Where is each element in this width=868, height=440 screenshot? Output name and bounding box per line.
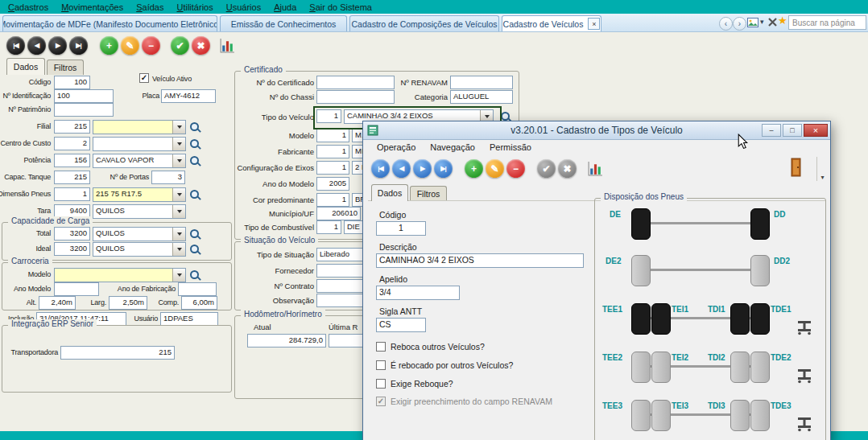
total-field[interactable]: 3200 bbox=[54, 227, 90, 241]
tab-scroll-right-icon[interactable]: › bbox=[733, 17, 746, 31]
menu-movimentacoes[interactable]: Movimentações bbox=[55, 2, 130, 13]
config-eixos-code-field[interactable]: 1 bbox=[316, 161, 349, 175]
tire-tde1[interactable] bbox=[750, 303, 770, 335]
modal-confirm-button[interactable]: ✔ bbox=[537, 159, 556, 178]
combo-arrow-icon[interactable] bbox=[172, 243, 185, 256]
centro-custo-combo[interactable] bbox=[93, 137, 186, 151]
ano-fabricacao-field[interactable] bbox=[178, 282, 217, 296]
maximize-button[interactable]: □ bbox=[783, 124, 802, 137]
codigo-field[interactable]: 100 bbox=[54, 76, 90, 89]
renavam-field[interactable] bbox=[450, 76, 513, 89]
modal-codigo-field[interactable]: 1 bbox=[376, 221, 426, 236]
num-certificado-field[interactable] bbox=[316, 76, 395, 89]
centro-custo-code-field[interactable]: 2 bbox=[54, 137, 90, 150]
total-combo[interactable]: QUILOS bbox=[93, 227, 186, 241]
reboca-checkbox[interactable] bbox=[376, 342, 386, 352]
combo-arrow-icon[interactable] bbox=[172, 154, 185, 167]
combo-arrow-icon[interactable] bbox=[172, 269, 185, 282]
cancel-button[interactable]: ✖ bbox=[192, 36, 210, 55]
modal-edit-button[interactable]: ✎ bbox=[486, 159, 504, 178]
edit-button[interactable]: ✎ bbox=[121, 36, 139, 55]
dim-pneus-lookup-icon[interactable] bbox=[189, 189, 201, 201]
potencia-code-field[interactable]: 156 bbox=[54, 154, 90, 167]
modal-descricao-field[interactable]: CAMINHAO 3/4 2 EIXOS bbox=[376, 253, 584, 268]
nav-last-button[interactable]: ▶| bbox=[69, 36, 88, 55]
transportadora-field[interactable]: 215 bbox=[60, 346, 175, 360]
combo-arrow-icon[interactable] bbox=[172, 205, 185, 218]
favorite-star-icon[interactable]: ★ bbox=[778, 14, 787, 27]
nav-first-button[interactable]: |◀ bbox=[6, 36, 25, 55]
carroceria-modelo-combo[interactable] bbox=[54, 268, 186, 282]
modal-tab-filtros[interactable]: Filtros bbox=[410, 186, 447, 201]
chevron-down-icon[interactable]: ▾ bbox=[760, 18, 764, 26]
nav-prev-button[interactable]: ◀ bbox=[27, 36, 46, 55]
tire-de2[interactable] bbox=[631, 255, 651, 286]
cor-code-field[interactable]: 1 bbox=[316, 193, 349, 207]
delete-button[interactable]: − bbox=[142, 36, 160, 55]
placa-field[interactable]: AMY-4612 bbox=[161, 89, 216, 103]
chassi-field[interactable] bbox=[316, 90, 395, 104]
form-tab-dados[interactable]: Dados bbox=[6, 58, 45, 75]
potencia-combo[interactable]: CAVALO VAPOR bbox=[93, 154, 186, 168]
modal-nav-prev-button[interactable]: ◀ bbox=[392, 159, 411, 178]
ano-do-modelo-field[interactable]: 2005 bbox=[316, 177, 349, 191]
tools-icon[interactable] bbox=[767, 17, 778, 27]
tab-scroll-left-icon[interactable]: ‹ bbox=[719, 17, 733, 31]
modal-add-button[interactable]: + bbox=[465, 159, 483, 178]
filial-combo[interactable] bbox=[93, 120, 186, 134]
menu-saidas[interactable]: Saídas bbox=[130, 2, 170, 13]
tab-cadastro-composicoes[interactable]: Cadastro de Composições de Veículos bbox=[349, 15, 499, 31]
tara-combo[interactable]: QUILOS bbox=[93, 204, 186, 219]
modal-cancel-button[interactable]: ✖ bbox=[558, 159, 577, 178]
combo-arrow-icon[interactable] bbox=[172, 188, 185, 201]
toolbar-overflow-button[interactable]: ▾ bbox=[816, 157, 828, 181]
combo-arrow-icon[interactable] bbox=[172, 121, 185, 134]
modal-nav-last-button[interactable]: ▶| bbox=[434, 159, 453, 178]
tire-tei1[interactable] bbox=[651, 303, 671, 335]
centro-custo-lookup-icon[interactable] bbox=[189, 138, 201, 150]
rebocado-checkbox[interactable] bbox=[376, 360, 386, 370]
total-lookup-icon[interactable] bbox=[189, 228, 201, 241]
portas-field[interactable]: 3 bbox=[151, 171, 185, 184]
menu-sair[interactable]: Sair do Sistema bbox=[303, 2, 378, 13]
close-button[interactable]: × bbox=[804, 124, 828, 137]
form-tab-filtros[interactable]: Filtros bbox=[47, 60, 84, 75]
chart-icon[interactable] bbox=[219, 37, 236, 54]
modal-tab-dados[interactable]: Dados bbox=[371, 184, 408, 201]
combo-arrow-icon[interactable] bbox=[172, 138, 185, 150]
ideal-combo[interactable]: QUILOS bbox=[93, 242, 186, 257]
tab-movimentacao-mdfe[interactable]: Movimentação de MDFe (Manifesto Document… bbox=[2, 15, 217, 31]
tire-dd2[interactable] bbox=[750, 255, 770, 286]
tire-tdi1[interactable] bbox=[730, 303, 750, 335]
tire-tee2[interactable] bbox=[631, 352, 651, 383]
tab-close-icon[interactable]: × bbox=[588, 18, 600, 30]
dim-pneus-combo[interactable]: 215 75 R17.5 bbox=[93, 187, 186, 202]
veiculo-ativo-checkbox[interactable] bbox=[139, 73, 149, 83]
identificacao-field[interactable]: 100 bbox=[54, 89, 114, 103]
comp-field[interactable]: 6,00m bbox=[181, 296, 217, 310]
tipo-veiculo-code-field[interactable]: 1 bbox=[316, 109, 341, 123]
tire-tee3[interactable] bbox=[631, 400, 651, 431]
potencia-lookup-icon[interactable] bbox=[189, 155, 201, 167]
municipio-field[interactable]: 206010 bbox=[316, 207, 361, 220]
modal-delete-button[interactable]: − bbox=[506, 159, 525, 178]
exige-reboque-checkbox[interactable] bbox=[376, 379, 386, 389]
capac-tanque-field[interactable]: 215 bbox=[54, 171, 90, 184]
menu-ajuda[interactable]: Ajuda bbox=[267, 2, 303, 13]
picture-icon[interactable] bbox=[747, 18, 758, 27]
categoria-field[interactable]: ALUGUEL bbox=[450, 90, 513, 104]
tab-emissao-conhecimentos[interactable]: Emissão de Conhecimentos bbox=[220, 15, 347, 31]
filial-lookup-icon[interactable] bbox=[189, 121, 201, 134]
modal-nav-first-button[interactable]: |◀ bbox=[371, 159, 390, 178]
larg-field[interactable]: 2,50m bbox=[109, 296, 147, 310]
minimize-button[interactable]: – bbox=[762, 124, 781, 137]
carroceria-modelo-lookup-icon[interactable] bbox=[189, 269, 201, 282]
add-button[interactable]: + bbox=[100, 36, 118, 55]
ideal-field[interactable]: 3200 bbox=[54, 242, 90, 256]
tire-tei2[interactable] bbox=[651, 352, 671, 383]
ideal-lookup-icon[interactable] bbox=[189, 244, 201, 256]
tire-tei3[interactable] bbox=[651, 400, 671, 431]
confirm-button[interactable]: ✔ bbox=[171, 36, 189, 55]
menu-utilitarios[interactable]: Utilitários bbox=[170, 2, 219, 13]
modal-menu-operacao[interactable]: Operação bbox=[370, 142, 423, 153]
